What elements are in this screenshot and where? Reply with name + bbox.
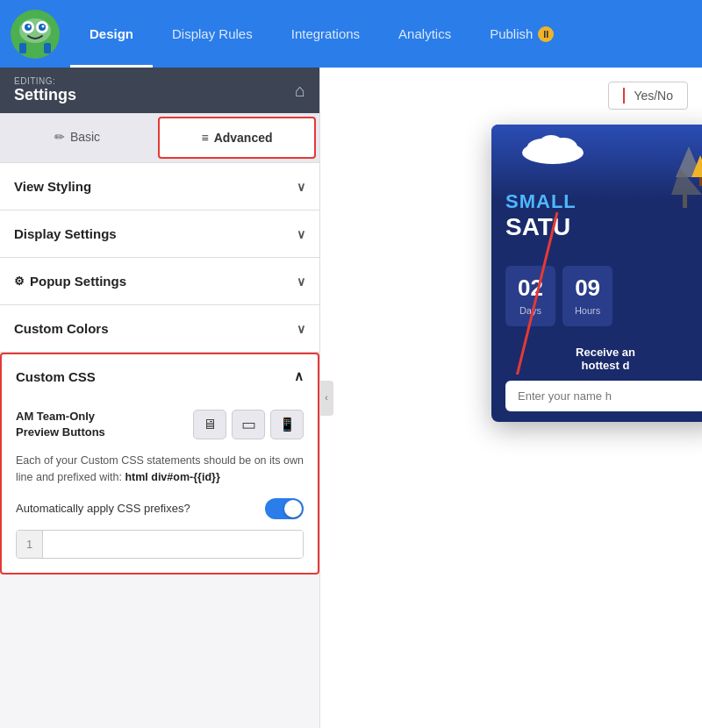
- popup-sky-area: SMALL SATU: [491, 125, 702, 250]
- accordion-display-settings: Display Settings ∨: [0, 211, 319, 258]
- yes-no-toggle[interactable]: Yes/No: [608, 82, 688, 110]
- accordion-custom-colors: Custom Colors ∨: [0, 305, 319, 353]
- tab-integrations[interactable]: Integrations: [272, 0, 379, 68]
- tab-design[interactable]: Design: [70, 0, 153, 68]
- accordion-popup-settings: ⚙ Popup Settings ∨: [0, 258, 319, 305]
- chevron-up-icon: ∧: [294, 368, 304, 384]
- svg-rect-9: [44, 43, 51, 54]
- tab-publish[interactable]: Publish II: [470, 0, 573, 68]
- nav-tabs: Design Display Rules Integrations Analyt…: [70, 0, 702, 68]
- collapse-arrow-icon: ‹: [325, 393, 327, 403]
- yes-no-divider: [623, 88, 625, 103]
- countdown-hours: 09 Hours: [562, 266, 612, 326]
- accordion-header-view-styling[interactable]: View Styling ∨: [0, 163, 319, 210]
- accordion-header-custom-colors[interactable]: Custom Colors ∨: [0, 305, 319, 352]
- app-logo: [9, 8, 61, 61]
- publish-badge: II: [538, 26, 554, 42]
- tab-analytics[interactable]: Analytics: [379, 0, 470, 68]
- accordion-view-styling: View Styling ∨: [0, 163, 319, 211]
- tablet-preview-button[interactable]: ▭: [232, 410, 265, 439]
- countdown-days: 02 Days: [505, 266, 555, 326]
- accordion-header-display-settings[interactable]: Display Settings ∨: [0, 211, 319, 257]
- auto-apply-toggle[interactable]: [265, 498, 304, 519]
- css-line-number: 1: [17, 531, 43, 558]
- css-input-field[interactable]: [43, 531, 303, 558]
- chevron-down-icon: ∨: [297, 180, 305, 194]
- editing-label: EDITING:: [14, 76, 76, 86]
- editing-header: EDITING: Settings ⌂: [0, 68, 319, 113]
- chevron-down-icon-2: ∨: [297, 227, 305, 241]
- svg-point-7: [42, 25, 45, 27]
- popup-body: Receive an hottest d: [491, 335, 702, 422]
- preview-popup: SMALL SATU 02 Days: [491, 125, 702, 422]
- cloud-decoration: [518, 133, 588, 164]
- auto-apply-label: Automatically apply CSS prefixes?: [16, 502, 190, 515]
- tab-display-rules[interactable]: Display Rules: [153, 0, 272, 68]
- countdown-row: 02 Days 09 Hours: [505, 266, 702, 326]
- svg-rect-16: [683, 195, 687, 208]
- css-description: Each of your Custom CSS statements shoul…: [16, 453, 304, 486]
- tab-row: ✏ Basic ≡ Advanced: [0, 113, 319, 163]
- css-input-row: 1: [16, 530, 304, 559]
- tablet-icon: ▭: [241, 415, 256, 434]
- tree-decoration: [667, 142, 702, 212]
- mobile-icon: 📱: [279, 417, 296, 432]
- top-nav: Design Display Rules Integrations Analyt…: [0, 0, 702, 68]
- popup-settings-icon: ⚙: [14, 275, 25, 288]
- am-team-label: AM Team-Only Preview Buttons: [16, 409, 139, 440]
- svg-point-13: [539, 135, 563, 153]
- countdown-section: 02 Days 09 Hours: [491, 250, 702, 326]
- tab-advanced[interactable]: ≡ Advanced: [158, 117, 316, 159]
- pencil-icon: ✏: [54, 130, 65, 144]
- main-layout: EDITING: Settings ⌂ ✏ Basic ≡ Advanced V…: [0, 68, 702, 728]
- chevron-down-icon-3: ∨: [297, 275, 305, 289]
- accordion-custom-css: Custom CSS ∧ AM Team-Only Preview Button…: [0, 353, 319, 575]
- device-buttons: 🖥 ▭ 📱: [193, 410, 304, 439]
- home-icon[interactable]: ⌂: [295, 81, 305, 101]
- preview-area: ‹ Yes/No SMALL SATU: [320, 68, 702, 728]
- sidebar-collapse-button[interactable]: ‹: [320, 381, 333, 416]
- popup-receive-text: Receive an hottest d: [505, 346, 702, 372]
- popup-email-input[interactable]: [505, 381, 702, 411]
- tab-basic[interactable]: ✏ Basic: [0, 113, 154, 162]
- desktop-icon: 🖥: [203, 417, 217, 432]
- mobile-preview-button[interactable]: 📱: [270, 410, 304, 439]
- desktop-preview-button[interactable]: 🖥: [193, 410, 226, 439]
- accordion-header-custom-css[interactable]: Custom CSS ∧: [2, 354, 318, 398]
- svg-rect-8: [19, 43, 26, 54]
- sliders-icon: ≡: [201, 131, 208, 145]
- editing-title: Settings: [14, 86, 76, 104]
- sidebar: EDITING: Settings ⌂ ✏ Basic ≡ Advanced V…: [0, 68, 320, 728]
- popup-title-large: SATU: [505, 213, 702, 241]
- accordion-header-popup-settings[interactable]: ⚙ Popup Settings ∨: [0, 258, 319, 304]
- am-team-row: AM Team-Only Preview Buttons 🖥 ▭ 📱: [16, 409, 304, 440]
- chevron-down-icon-4: ∨: [297, 322, 305, 336]
- auto-apply-row: Automatically apply CSS prefixes?: [16, 498, 304, 519]
- css-section-content: AM Team-Only Preview Buttons 🖥 ▭ 📱: [2, 398, 318, 573]
- svg-point-6: [28, 25, 31, 27]
